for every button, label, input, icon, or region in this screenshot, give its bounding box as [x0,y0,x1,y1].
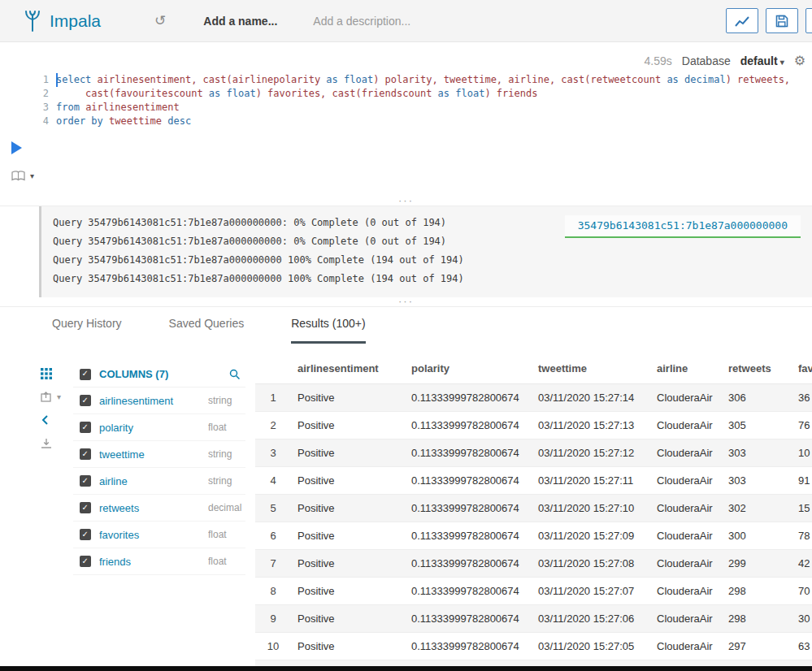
export-results-button[interactable]: ▾ [41,392,73,402]
line-number: 3 [33,101,49,115]
column-name[interactable]: polarity [99,422,200,434]
column-name[interactable]: airlinesentiment [99,395,200,407]
table-cell: 299 [722,550,792,578]
table-cell: ClouderaAir [650,550,722,578]
table-row: 5Positive0.1133399978280067403/11/2020 1… [255,495,812,522]
table-cell: 03/11/2020 15:27:08 [532,550,650,578]
tab-query-history[interactable]: Query History [52,317,122,344]
column-list-item[interactable]: polarityfloat [73,414,245,441]
save-button[interactable] [766,8,798,33]
table-cell: ClouderaAir [650,578,722,605]
column-list-item[interactable]: favoritesfloat [73,522,245,548]
row-number: 7 [255,550,291,578]
table-cell: ClouderaAir [650,384,722,412]
column-name[interactable]: retweets [99,502,200,514]
results-tabs: Query HistorySaved QueriesResults (100+) [0,307,812,344]
table-cell: ClouderaAir [650,412,722,439]
table-cell: 63 [792,633,812,660]
column-checkbox[interactable] [80,448,91,460]
database-value: default [740,54,778,67]
grid-icon [41,368,52,379]
column-header[interactable]: airlinesentiment [291,353,405,384]
table-cell: ClouderaAir [650,605,722,633]
column-list-item[interactable]: airlinestring [73,468,245,495]
column-name[interactable]: friends [99,556,200,568]
code-line[interactable]: 3from airlinesentiment [33,101,812,115]
tab-results-100[interactable]: Results (100+) [291,317,365,344]
column-checkbox[interactable] [80,475,91,487]
tab-saved-queries[interactable]: Saved Queries [169,317,245,344]
code-editor[interactable]: 1select airlinesentiment, cast(airlinepo… [33,73,812,128]
row-number: 3 [255,439,291,467]
code-text: cast(favouritescount as float) favorites… [56,87,537,101]
code-text: order by tweettime desc [56,115,191,128]
editor-meta: 4.59s Database default▾ ⚙ [0,42,812,73]
saved-queries-menu[interactable]: ▾ [11,171,34,181]
table-cell: 76 [792,412,812,439]
database-selector[interactable]: default▾ [740,54,784,67]
table-cell: 0.11333999782800674 [405,384,532,412]
chart-button[interactable] [726,8,758,33]
select-all-checkbox[interactable] [80,369,91,380]
table-cell: 297 [722,633,792,660]
column-header[interactable]: tweettime [532,353,650,384]
export-button[interactable] [805,8,812,33]
column-header[interactable]: airline [650,353,722,384]
collapse-panel-button[interactable] [41,414,73,426]
splitter-handle[interactable] [0,297,812,307]
splitter-handle[interactable] [0,197,812,206]
table-row: 7Positive0.1133399978280067403/11/2020 1… [255,550,812,578]
columns-list: airlinesentimentstringpolarityfloattweet… [73,387,245,575]
column-header[interactable]: polarity [405,353,532,384]
table-cell: Positive [291,467,405,495]
query-id-link[interactable]: 35479b6143081c51:7b1e87a000000000 [565,215,801,238]
row-number: 5 [255,495,291,522]
column-list-item[interactable]: tweettimestring [73,441,245,468]
table-cell: Positive [291,660,405,667]
column-checkbox[interactable] [80,422,91,433]
history-icon[interactable]: ↺ [154,12,166,29]
chevron-down-icon: ▾ [57,392,61,401]
table-cell: 0.11333999782800674 [405,439,532,467]
code-line[interactable]: 4order by tweettime desc [33,115,812,128]
save-icon [775,15,788,28]
table-cell: 0.11333999782800674 [405,522,532,550]
row-number: 8 [255,578,291,605]
column-header[interactable]: favorites [792,353,812,384]
column-checkbox[interactable] [80,556,91,567]
log-box: Query 35479b6143081c51:7b1e87a000000000:… [39,206,812,297]
code-line[interactable]: 1select airlinesentiment, cast(airlinepo… [33,73,812,87]
column-name[interactable]: airline [99,475,200,487]
table-row: 2Positive0.1133399978280067403/11/2020 1… [255,412,812,439]
code-line[interactable]: 2 cast(favouritescount as float) favorit… [33,87,812,101]
table-cell: 78 [792,522,812,550]
column-list-item[interactable]: retweetsdecimal [73,495,245,522]
column-list-item[interactable]: friendsfloat [73,548,245,575]
query-description-input[interactable]: Add a description... [313,15,410,28]
execute-query-button[interactable] [11,141,22,154]
column-list-item[interactable]: airlinesentimentstring [73,387,245,414]
editor-action-rail: ▾ [11,141,34,181]
table-cell: 03/11/2020 15:27:07 [532,578,650,605]
column-name[interactable]: tweettime [99,448,200,461]
log-line: Query 35479b6143081c51:7b1e87a000000000 … [53,270,801,288]
row-number: 11 [255,660,291,667]
download-results-button[interactable] [41,438,73,448]
table-cell: ClouderaAir [650,522,722,550]
table-cell: 305 [722,412,792,439]
table-cell: Positive [291,384,405,412]
column-header[interactable]: retweets [722,353,792,384]
column-name[interactable]: favorites [99,529,200,541]
grid-view-button[interactable] [41,368,73,379]
table-cell: 03/11/2020 15:27:10 [532,495,650,522]
row-number: 9 [255,605,291,633]
table-cell: 91 [792,467,812,495]
query-name-input[interactable]: Add a name... [203,15,277,28]
column-type: float [208,556,242,567]
column-checkbox[interactable] [80,502,91,513]
column-checkbox[interactable] [80,395,91,406]
table-cell: Positive [291,605,405,633]
column-checkbox[interactable] [80,529,91,540]
search-icon[interactable] [229,369,241,380]
settings-gear-icon[interactable]: ⚙ [794,53,805,68]
